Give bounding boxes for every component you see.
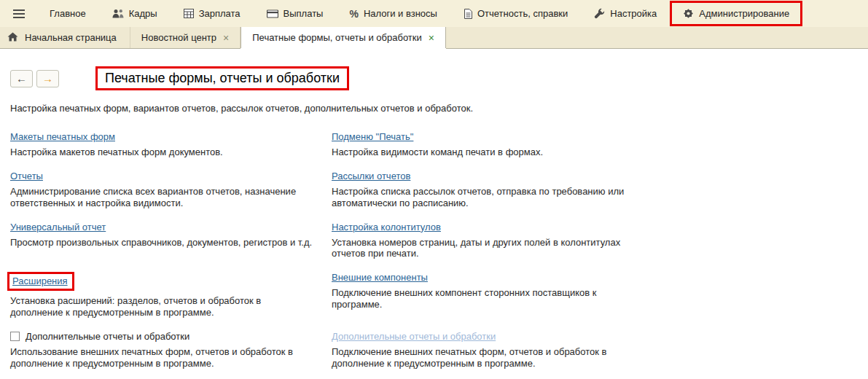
section-reports: Отчеты Администрирование списка всех вар…	[10, 171, 332, 209]
menu-item-label: Администрирование	[699, 8, 789, 19]
menu-item-label: Зарплата	[199, 8, 241, 19]
settings-links-grid: Макеты печатных форм Настройка макетов п…	[10, 131, 868, 370]
percent-icon: %	[349, 8, 358, 20]
tab-label: Новостной центр	[141, 32, 216, 43]
payment-card-icon	[267, 9, 278, 18]
section-description: Использование внешних печатных форм, отч…	[10, 346, 314, 370]
menu-item-label: Налоги и взносы	[364, 8, 437, 19]
section-description: Подключение внешних компонент сторонних …	[332, 287, 641, 310]
checkbox-row: Дополнительные отчеты и обработки	[10, 331, 314, 342]
section-print-form-layouts: Макеты печатных форм Настройка макетов п…	[10, 131, 332, 158]
tab-news-center[interactable]: Новостной центр ×	[130, 27, 241, 48]
menu-item-label: Настройка	[610, 8, 657, 19]
people-icon	[112, 9, 124, 18]
home-icon	[7, 32, 18, 44]
forward-arrow-icon: →	[42, 72, 53, 85]
gear-icon	[683, 8, 694, 19]
menu-item-hr[interactable]: Кадры	[99, 0, 171, 27]
page-title: Печатные формы, отчеты и обработки	[95, 66, 349, 90]
menu-item-label: Кадры	[129, 8, 157, 19]
wrench-icon	[594, 8, 605, 19]
top-menu-bar: Главное Кадры	[0, 0, 868, 27]
app-window: Главное Кадры	[0, 0, 868, 370]
section-description: Подключение внешних печатных форм, отчет…	[332, 346, 641, 370]
section-external-components: Внешние компоненты Подключение внешних к…	[332, 272, 740, 319]
link-report-mailings[interactable]: Рассылки отчетов	[332, 171, 410, 181]
menu-item-label: Выплаты	[284, 8, 324, 19]
menu-item-label: Главное	[50, 8, 86, 19]
link-print-submenu[interactable]: Подменю "Печать"	[332, 131, 413, 142]
tab-label: Печатные формы, отчеты и обработки	[252, 32, 422, 43]
section-extensions: Расширения Установка расширений: раздело…	[10, 272, 332, 319]
tab-home[interactable]: Начальная страница	[0, 27, 130, 48]
section-headers-footers: Настройка колонтитулов Установка номеров…	[332, 222, 740, 260]
menu-item-taxes[interactable]: % Налоги и взносы	[336, 0, 450, 27]
tab-print-forms-reports[interactable]: Печатные формы, отчеты и обработки ×	[241, 27, 446, 48]
section-additional-reports-link: Дополнительные отчеты и обработки Подклю…	[332, 331, 740, 370]
menu-item-main[interactable]: Главное	[36, 0, 99, 27]
hamburger-menu-button[interactable]	[9, 4, 29, 24]
section-description: Установка расширений: разделов, отчетов …	[10, 295, 314, 319]
section-additional-reports-toggle: Дополнительные отчеты и обработки Исполь…	[10, 331, 332, 370]
document-icon	[464, 9, 472, 19]
additional-reports-checkbox[interactable]	[10, 332, 20, 341]
hamburger-icon	[13, 9, 25, 11]
section-description: Настройка списка рассылок отчетов, отпра…	[332, 186, 641, 209]
menu-item-payments[interactable]: Выплаты	[254, 0, 337, 27]
section-description: Настройка макетов печатных форм документ…	[10, 146, 314, 158]
link-reports[interactable]: Отчеты	[10, 171, 43, 181]
title-row: ← → Печатные формы, отчеты и обработки	[10, 66, 868, 90]
section-description: Установка номеров страниц, даты и других…	[332, 237, 641, 260]
checkbox-label: Дополнительные отчеты и обработки	[26, 331, 189, 342]
close-icon[interactable]: ×	[223, 33, 229, 43]
menu-item-settings[interactable]: Настройка	[581, 0, 670, 27]
page-subtitle: Настройка печатных форм, вариантов отчет…	[10, 103, 868, 114]
link-extensions[interactable]: Расширения	[12, 276, 68, 286]
back-arrow-icon: ←	[16, 72, 27, 85]
close-icon[interactable]: ×	[429, 33, 434, 43]
section-print-submenu: Подменю "Печать" Настройка видимости ком…	[332, 131, 740, 158]
section-description: Просмотр произвольных справочников, доку…	[10, 237, 314, 249]
menu-item-administration[interactable]: Администрирование	[670, 1, 802, 26]
tab-label: Начальная страница	[25, 32, 117, 43]
link-headers-footers[interactable]: Настройка колонтитулов	[332, 222, 441, 233]
menu-item-reporting[interactable]: Отчетность, справки	[450, 0, 581, 27]
link-universal-report[interactable]: Универсальный отчет	[10, 222, 106, 233]
annotation-highlight: Расширения	[7, 272, 74, 291]
section-report-mailings: Рассылки отчетов Настройка списка рассыл…	[332, 171, 740, 209]
tab-bar: Начальная страница Новостной центр × Печ…	[0, 27, 868, 49]
section-description: Настройка видимости команд печати в форм…	[332, 146, 641, 158]
section-universal-report: Универсальный отчет Просмотр произвольны…	[10, 222, 332, 260]
link-additional-reports-disabled[interactable]: Дополнительные отчеты и обработки	[332, 331, 496, 342]
link-external-components[interactable]: Внешние компоненты	[332, 272, 428, 283]
section-description: Администрирование списка всех вариантов …	[10, 186, 314, 209]
menu-item-label: Отчетность, справки	[477, 8, 568, 19]
menu-item-salary[interactable]: Зарплата	[171, 0, 254, 27]
back-button[interactable]: ←	[10, 70, 33, 87]
page-content: ← → Печатные формы, отчеты и обработки Н…	[0, 66, 868, 370]
link-print-form-layouts[interactable]: Макеты печатных форм	[10, 131, 115, 142]
calculator-icon	[184, 9, 194, 18]
forward-button[interactable]: →	[36, 70, 59, 87]
